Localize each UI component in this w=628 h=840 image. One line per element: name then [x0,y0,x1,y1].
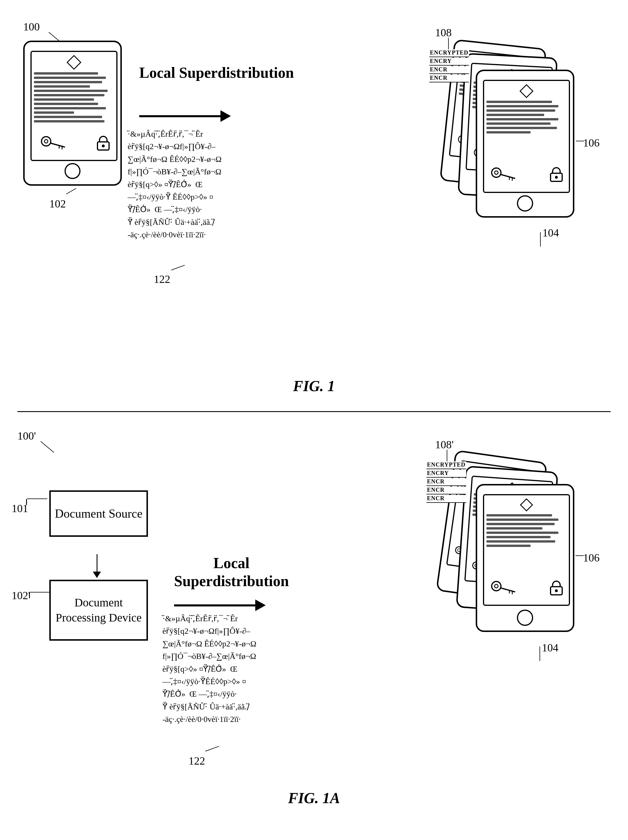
svg-point-22 [495,171,498,174]
svg-point-43 [495,584,498,588]
device-102-button [65,163,80,179]
fig1-label: FIG. 1 [0,377,628,395]
ref-102p: 102' [12,589,30,602]
fig1a-label: FIG. 1A [0,789,628,807]
device-front-screen [483,80,570,193]
ref-104-fig1: 104 [543,226,559,239]
encrypted-labels-fig1: ENCRYPTED ENCRY ENCR ENCR [429,49,469,83]
doc-processing-box: Document Processing Device [49,580,148,641]
ref-106-fig1: 106 [583,136,600,149]
svg-point-6 [102,145,105,147]
screen-1a-front [483,494,570,606]
lock-front [549,167,563,184]
svg-line-44 [500,588,515,592]
lock-icon-102 [96,136,110,153]
ref-102: 102 [49,197,66,210]
garbled-text-fig1: ·̈&»µÂq·̈,̈ÊrÊr̈,r̈,¯¬ ̈Êr èr̈ÿ§[q2¬¥-ø¬… [128,128,244,241]
key-icon-102 [40,136,66,151]
key-front [491,167,517,183]
ref-104-fig1a: 104 [542,641,559,654]
svg-point-42 [492,581,501,591]
arrow-fig1 [139,110,231,122]
button-1a-front [517,609,533,626]
lines-front [486,101,566,136]
ref-122-fig1: 122 [154,273,170,286]
svg-point-0 [41,137,51,146]
ref-108: 108 [435,26,452,39]
lines-1a-front [486,514,566,549]
divider [17,411,611,412]
button-front [517,195,533,212]
svg-point-48 [555,589,558,592]
doc-lines-102 [34,72,114,125]
svg-point-1 [44,140,48,143]
ref-100p: 100' [17,429,36,442]
garbled-text-fig1a: ·̈&»µÂq·̈,̈ÊrÊr̈,r̈,¯¬ ̈Êr èr̈ÿ§[q2¬¥-ø¬… [163,612,278,726]
device-102-screen [30,51,117,161]
diamond-icon-102 [67,55,82,70]
local-superdistribution-label-fig1a: LocalSuperdistribution [174,554,289,591]
key-1a-front [491,580,517,596]
page: 100 [0,0,628,840]
fig1-area: 100 [0,12,628,412]
fig1a-area: 100' 101 Document Source 102' Document P… [0,421,628,821]
device-102 [23,41,122,186]
diamond-front [519,84,533,98]
encrypted-labels-fig1a: ENCRYPTED ENCRY ENCR ENCR ENCR [426,461,466,504]
device-front-fig1 [476,69,574,218]
device-1a-front [476,484,574,632]
svg-line-23 [500,174,515,178]
svg-point-21 [492,168,501,177]
diamond-1a-front [520,498,533,511]
ref-108p: 108' [435,438,454,451]
lock-1a-front [549,580,563,598]
arrow-between-boxes [93,554,101,578]
local-superdistribution-label: Local Superdistribution [139,64,294,82]
svg-point-27 [555,176,558,179]
ref-106-fig1a: 106 [583,551,600,564]
svg-line-2 [50,143,65,147]
ref-122-fig1a: 122 [189,755,205,767]
ref-101: 101 [12,502,28,515]
ref-100: 100 [23,20,40,33]
doc-source-box: Document Source [49,490,148,537]
arrow-fig1a [174,600,266,611]
